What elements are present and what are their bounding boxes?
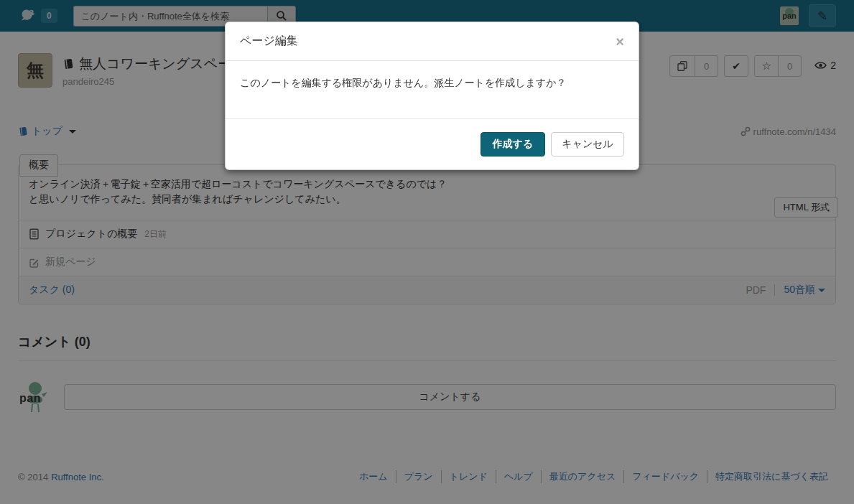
modal-message: このノートを編集する権限がありません。派生ノートを作成しますか？ <box>240 77 567 88</box>
create-button[interactable]: 作成する <box>481 132 546 157</box>
close-icon[interactable]: × <box>616 34 624 49</box>
modal-title: ページ編集 <box>240 34 298 49</box>
cancel-button[interactable]: キャンセル <box>551 132 624 157</box>
page-edit-modal: ページ編集 × このノートを編集する権限がありません。派生ノートを作成しますか？… <box>225 22 639 170</box>
